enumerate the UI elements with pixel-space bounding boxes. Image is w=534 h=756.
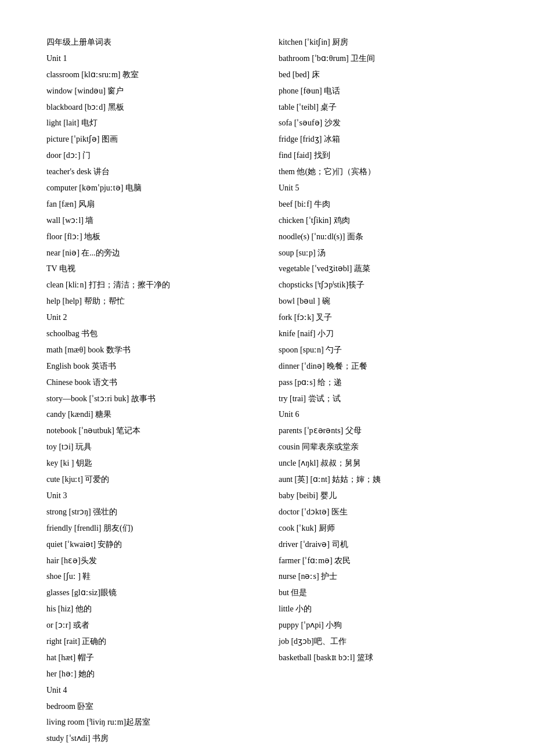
right-column: kitchen [ˈkitʃin] 厨房bathroom [ˈbɑːθrum] … (267, 35, 488, 746)
vocab-entry: fan [fæn] 风扇 (46, 197, 255, 212)
vocab-entry: fridge [fridʒ] 冰箱 (279, 132, 488, 147)
vocab-entry: living room [ˡliviŋ ruːm]起居室 (46, 715, 255, 730)
vocab-entry: bedroom 卧室 (46, 699, 255, 714)
vocab-entry: table [ˈteibl] 桌子 (279, 100, 488, 115)
vocab-entry: but 但是 (279, 585, 488, 600)
vocab-entry: noodle(s) [ˈnuːdl(s)] 面条 (279, 229, 488, 244)
vocab-entry: notebook [ˈnəutbuk] 笔记本 (46, 423, 255, 438)
vocab-entry: key [ki ] 钥匙 (46, 456, 255, 471)
vocab-entry: math [mæθ] book 数学书 (46, 343, 255, 358)
vocab-entry: job [dʒɔb]吧、工作 (279, 634, 488, 649)
vocab-entry: cousin 同辈表亲或堂亲 (279, 440, 488, 455)
vocab-entry: aunt [英] [ɑːnt] 姑姑；婶；姨 (279, 472, 488, 487)
vocab-entry: classroom [klɑːsruːm] 教室 (46, 67, 255, 82)
vocab-entry: schoolbag 书包 (46, 326, 255, 341)
vocab-entry: light [lait] 电灯 (46, 116, 255, 131)
vocab-entry: strong [strɔŋ] 强壮的 (46, 505, 255, 520)
vocab-entry: right [rait] 正确的 (46, 634, 255, 649)
vocab-entry: puppy [ˈpʌpi] 小狗 (279, 618, 488, 633)
vocab-entry: parents [ˈpɛərənts] 父母 (279, 423, 488, 438)
vocab-entry: hair [hɛə]头发 (46, 553, 255, 568)
unit-title: Unit 1 (46, 51, 255, 66)
vocab-entry: toy [tɔi] 玩具 (46, 440, 255, 455)
vocab-entry: sofa [ˈsəufə] 沙发 (279, 116, 488, 131)
vocab-entry: bed [bed] 床 (279, 67, 488, 82)
vocab-entry: basketball [baskɪt bɔːl] 篮球 (279, 650, 488, 665)
vocab-entry: fork [fɔːk] 叉子 (279, 310, 488, 325)
unit-title: Unit 6 (279, 407, 488, 422)
unit-title: Unit 2 (46, 310, 255, 325)
vocab-entry: glasses [glɑːsiz]眼镜 (46, 585, 255, 600)
vocab-entry: dinner [ˈdinə] 晚餐；正餐 (279, 359, 488, 374)
vocab-entry: driver [ˈdraivə] 司机 (279, 537, 488, 552)
vocab-entry: Chinese book 语文书 (46, 375, 255, 390)
left-column: 四年级上册单词表Unit 1classroom [klɑːsruːm] 教室wi… (46, 35, 267, 746)
vocab-entry: candy [kændi] 糖果 (46, 407, 255, 422)
unit-title: Unit 4 (46, 683, 255, 698)
vocab-entry: story—book [ˈstɔːri buk] 故事书 (46, 391, 255, 406)
vocab-entry: computer [kəmˈpjuːtə] 电脑 (46, 181, 255, 196)
vocab-entry: help [help] 帮助；帮忙 (46, 294, 255, 309)
vocab-entry: vegetable [ˈvedʒitəbl] 蔬菜 (279, 261, 488, 276)
vocab-entry: his [hiz] 他的 (46, 602, 255, 617)
vocab-entry: wall [wɔːl] 墙 (46, 213, 255, 228)
vocab-entry: them 他(她；它)们（宾格） (279, 164, 488, 179)
vocab-entry: try [trai] 尝试；试 (279, 391, 488, 406)
vocab-entry: bathroom [ˈbɑːθrum] 卫生间 (279, 51, 488, 66)
vocab-entry: phone [fəun] 电话 (279, 84, 488, 99)
vocab-entry: cook [ˈkuk] 厨师 (279, 521, 488, 536)
vocab-entry: clean [kliːn] 打扫；清洁；擦干净的 (46, 278, 255, 293)
vocab-entry: study [ˈstʌdi] 书房 (46, 731, 255, 746)
vocab-entry: soup [suːp] 汤 (279, 246, 488, 261)
vocab-entry: beef [biːf] 牛肉 (279, 197, 488, 212)
vocab-entry: nurse [nəːs] 护士 (279, 569, 488, 584)
vocab-entry: teacher's desk 讲台 (46, 164, 255, 179)
unit-title: Unit 3 (46, 488, 255, 503)
vocab-entry: chopsticks [ˡtʃɔpˡstik]筷子 (279, 278, 488, 293)
vocab-entry: doctor [ˈdɔktə] 医生 (279, 505, 488, 520)
vocab-entry: her [həː] 她的 (46, 667, 255, 682)
vocab-entry: quiet [ˈkwaiət] 安静的 (46, 537, 255, 552)
vocab-entry: cute [kjuːt] 可爱的 (46, 472, 255, 487)
vocab-entry: farmer [ˈfɑːmə] 农民 (279, 553, 488, 568)
main-content: 四年级上册单词表Unit 1classroom [klɑːsruːm] 教室wi… (46, 35, 488, 746)
unit-title: Unit 5 (279, 181, 488, 196)
vocab-entry: door [dɔː] 门 (46, 148, 255, 163)
vocab-entry: friendly [frendli] 朋友(们) (46, 521, 255, 536)
vocab-entry: spoon [spuːn] 勺子 (279, 343, 488, 358)
vocab-entry: find [faid] 找到 (279, 148, 488, 163)
vocab-entry: near [niə] 在...的旁边 (46, 246, 255, 261)
vocab-entry: blackboard [bɔːd] 黑板 (46, 100, 255, 115)
vocab-entry: floor [flɔː] 地板 (46, 229, 255, 244)
vocab-entry: knife [naif] 小刀 (279, 326, 488, 341)
vocab-entry: pass [pɑːs] 给；递 (279, 375, 488, 390)
vocab-entry: shoe [ʃuː ] 鞋 (46, 569, 255, 584)
vocab-entry: English book 英语书 (46, 359, 255, 374)
vocab-entry: picture [ˈpiktʃə] 图画 (46, 132, 255, 147)
vocab-entry: or [ɔːr] 或者 (46, 618, 255, 633)
vocab-entry: bowl [bəul ] 碗 (279, 294, 488, 309)
vocab-entry: uncle [ʌŋkl] 叔叔；舅舅 (279, 456, 488, 471)
vocab-entry: kitchen [ˈkitʃin] 厨房 (279, 35, 488, 50)
vocab-entry: hat [hæt] 帽子 (46, 650, 255, 665)
vocab-entry: baby [beibi] 婴儿 (279, 488, 488, 503)
vocab-entry: little 小的 (279, 602, 488, 617)
vocab-entry: window [windəu] 窗户 (46, 84, 255, 99)
vocab-entry: chicken [ˈtʃikin] 鸡肉 (279, 213, 488, 228)
vocab-entry: TV 电视 (46, 261, 255, 276)
page-title: 四年级上册单词表 (46, 35, 255, 50)
